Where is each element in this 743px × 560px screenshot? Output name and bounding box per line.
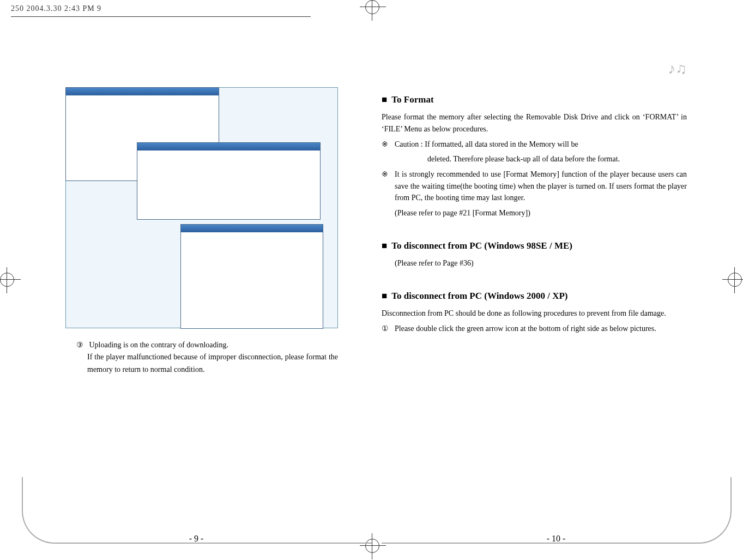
uploading-note: Uploading is on the contrary of download… <box>89 341 228 349</box>
format-memory-ref: (Please refer to page #21 [Format Memory… <box>395 207 687 219</box>
right-page-body: To Format Please format the memory after… <box>382 93 687 335</box>
page-10: ♪♫ To Format Please format the memory af… <box>382 22 730 502</box>
heading-disconnect-98se: To disconnect from PC (Windows 98SE / ME… <box>382 239 687 253</box>
explorer-window-3 <box>180 224 323 329</box>
heading-disconnect-2000xp: To disconnect from PC (Windows 2000 / XP… <box>382 289 687 303</box>
explorer-window-2 <box>137 142 321 220</box>
recommendation-text: It is strongly recommended to use [Forma… <box>395 168 687 204</box>
step-marker-1: ① <box>382 323 395 335</box>
format-intro: Please format the memory after selecting… <box>382 111 687 135</box>
disconnect-intro: Disconnection from PC should be done as … <box>382 308 687 320</box>
disconnect-step-1: ① Please double click the green arrow ic… <box>382 323 687 335</box>
music-notes-icon: ♪♫ <box>668 60 687 77</box>
registration-mark-top <box>360 0 386 21</box>
step-1-text: Please double click the green arrow icon… <box>395 323 687 335</box>
note-mark-icon: ※ <box>382 139 395 150</box>
page-9: ③ Uploading is on the contrary of downlo… <box>22 22 371 502</box>
disconnect-98se-ref: (Please refer to Page #36) <box>395 257 687 269</box>
caution-text-line1: Caution : If formatted, all data stored … <box>395 139 687 150</box>
header-text: 250 2004.3.30 2:43 PM 9 <box>11 4 101 13</box>
header-rule <box>11 16 311 17</box>
recommendation-note: ※ It is strongly recommended to use [For… <box>382 168 687 204</box>
windows-explorer-screenshot <box>65 87 338 328</box>
page-number-9: - 9 - <box>22 534 371 544</box>
registration-mark-left <box>0 267 21 293</box>
list-marker: ③ <box>76 341 83 349</box>
heading-to-format: To Format <box>382 93 687 107</box>
malfunction-note: If the player malfunctioned because of i… <box>87 351 338 376</box>
caution-text-line2: deleted. Therefore please back-up all of… <box>427 153 687 165</box>
page-number-10: - 10 - <box>382 534 730 544</box>
caution-note: ※ Caution : If formatted, all data store… <box>382 139 687 150</box>
left-page-body: ③ Uploading is on the contrary of downlo… <box>76 339 338 376</box>
note-mark-icon-2: ※ <box>382 168 395 204</box>
